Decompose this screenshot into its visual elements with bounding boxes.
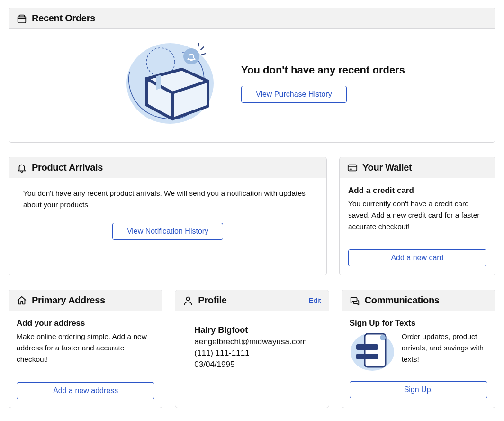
svg-point-8 (183, 48, 199, 64)
primary-address-card: Primary Address Add your address Make on… (9, 290, 162, 408)
view-purchase-history-button[interactable]: View Purchase History (241, 86, 347, 103)
primary-address-content: Add your address Make online ordering si… (9, 311, 162, 408)
wallet-content: Add a credit card You currently don't ha… (340, 178, 495, 275)
primary-address-header: Primary Address (9, 290, 162, 311)
package-icon (17, 13, 27, 24)
recent-orders-title: Recent Orders (32, 13, 95, 24)
comms-subtitle: Sign Up for Texts (350, 319, 487, 328)
product-arrivals-title: Product Arrivals (32, 162, 103, 173)
wallet-header: Your Wallet (340, 157, 495, 178)
add-card-button[interactable]: Add a new card (348, 249, 486, 266)
credit-card-icon (347, 163, 358, 173)
communications-card: Communications Sign Up for Texts Order u… (342, 290, 495, 408)
profile-name: Hairy Bigfoot (194, 325, 309, 335)
svg-line-9 (201, 47, 204, 50)
empty-orders-illustration (120, 38, 222, 128)
primary-address-title: Primary Address (32, 295, 105, 306)
svg-rect-19 (356, 344, 378, 350)
profile-phone: (111) 111-1111 (194, 348, 309, 358)
add-address-button[interactable]: Add a new address (17, 382, 154, 399)
recent-orders-header: Recent Orders (9, 8, 495, 29)
edit-profile-link[interactable]: Edit (309, 296, 321, 304)
address-subtitle: Add your address (17, 319, 154, 328)
profile-dob: 03/04/1995 (194, 360, 309, 369)
recent-orders-right: You don't have any recent orders View Pu… (241, 64, 476, 103)
no-orders-headline: You don't have any recent orders (241, 64, 476, 76)
svg-rect-12 (348, 165, 357, 171)
svg-line-10 (202, 54, 206, 55)
comms-body: Order updates, product arrivals, and sav… (402, 331, 487, 365)
profile-header: Profile Edit (175, 290, 328, 311)
view-notification-history-button[interactable]: View Notification History (112, 223, 223, 240)
home-icon (17, 295, 27, 306)
phone-text-illustration (350, 331, 395, 374)
bell-icon (17, 163, 27, 173)
wallet-card: Your Wallet Add a credit card You curren… (339, 157, 495, 275)
svg-line-11 (198, 43, 199, 47)
profile-email: aengelbrecht@midwayusa.com (194, 337, 309, 347)
person-icon (183, 295, 193, 306)
profile-card: Profile Edit Hairy Bigfoot aengelbrecht@… (175, 290, 329, 408)
svg-point-15 (187, 297, 190, 300)
signup-texts-button[interactable]: Sign Up! (350, 381, 487, 398)
product-arrivals-content: You don't have any recent product arriva… (9, 178, 326, 264)
communications-header: Communications (342, 290, 495, 311)
wallet-subtitle: Add a credit card (348, 186, 486, 195)
wallet-title: Your Wallet (362, 162, 412, 173)
product-arrivals-card: Product Arrivals You don't have any rece… (9, 157, 327, 275)
profile-title: Profile (198, 295, 226, 306)
svg-rect-20 (356, 354, 378, 359)
chat-icon (350, 295, 360, 306)
svg-point-18 (380, 335, 386, 340)
wallet-body: You currently don't have a credit card s… (348, 198, 486, 232)
communications-content: Sign Up for Texts Order updates, product… (342, 311, 495, 407)
address-body: Make online ordering simple. Add a new a… (17, 331, 154, 365)
product-arrivals-header: Product Arrivals (9, 157, 326, 178)
recent-orders-content: You don't have any recent orders View Pu… (9, 29, 495, 142)
communications-title: Communications (365, 295, 440, 306)
no-arrivals-text: You don't have any recent product arriva… (23, 188, 312, 210)
recent-orders-card: Recent Orders (9, 8, 495, 143)
svg-marker-7 (156, 75, 161, 90)
profile-content: Hairy Bigfoot aengelbrecht@midwayusa.com… (175, 311, 328, 384)
